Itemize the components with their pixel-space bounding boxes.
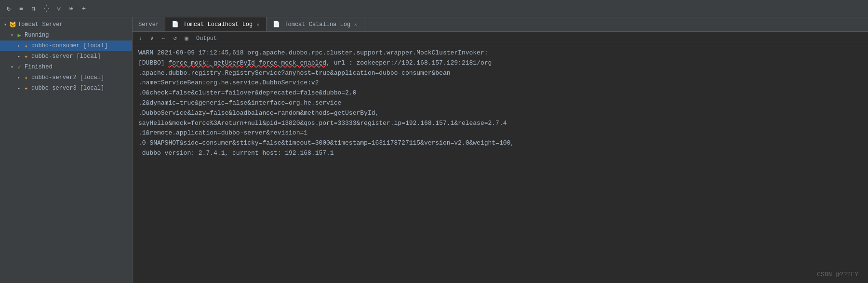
tab-catalina-log-label: Tomcat Catalina Log	[284, 21, 350, 28]
dubbo-server-1-icon: ✦	[22, 53, 30, 60]
dubbo-server-3-icon: ✦	[22, 84, 30, 92]
dubbo-server-2-icon: ✦	[22, 74, 30, 81]
dubbo-server-1-label: dubbo-server [local]	[31, 53, 101, 60]
log-line-1-prefix: [DUBBO]	[138, 59, 168, 67]
tab-localhost-log-close[interactable]: ✕	[255, 21, 260, 28]
tab-localhost-log[interactable]: 📄 Tomcat Localhost Log ✕	[165, 17, 267, 31]
log-line-9: .0-SNAPSHOT&side=consumer&sticky=false&t…	[138, 138, 862, 148]
tab-localhost-log-label: Tomcat Localhost Log	[183, 21, 253, 28]
dubbo-server-3-label: dubbo-server3 [local]	[31, 85, 104, 92]
server-tree: 🐱 Tomcat Server ▶ Running ✦ dubbo-consum…	[0, 17, 132, 283]
sidebar-item-running[interactable]: ▶ Running	[0, 30, 132, 40]
dubbo-server-2-label: dubbo-server2 [local]	[31, 74, 104, 81]
running-arrow[interactable]	[9, 32, 15, 39]
tab-bar: Server 📄 Tomcat Localhost Log ✕ 📄 Tomcat…	[133, 17, 868, 32]
add-icon[interactable]: +	[79, 4, 89, 13]
sort-icon[interactable]: ⇅	[29, 4, 39, 13]
tomcat-server-label: Tomcat Server	[18, 21, 63, 28]
tomcat-icon: 🐱	[9, 21, 16, 28]
sidebar-item-dubbo-server-2[interactable]: ✦ dubbo-server2 [local]	[0, 72, 132, 83]
running-icon: ▶	[15, 31, 23, 39]
finished-arrow[interactable]	[9, 64, 15, 70]
log-line-1-highlight: force-mock: getUserById force-mock enabl…	[168, 59, 326, 67]
log-line-8: .1&remote.application=dubbo-server&revis…	[138, 128, 862, 138]
sidebar-item-tomcat-server[interactable]: 🐱 Tomcat Server	[0, 19, 132, 30]
finished-label: Finished	[25, 64, 53, 70]
scroll-down-btn[interactable]: ↓	[135, 34, 145, 43]
stop-btn[interactable]: ▣	[182, 34, 191, 43]
log-file-icon: 📄	[171, 21, 179, 28]
log-line-7: sayHello&mock=force%3Areturn+null&pid=13…	[138, 119, 862, 129]
right-panel: Server 📄 Tomcat Localhost Log ✕ 📄 Tomcat…	[133, 17, 868, 283]
reload-btn[interactable]: ↺	[170, 34, 180, 43]
output-toolbar: ↓ ∨ ← ↺ ▣ Output	[133, 32, 868, 45]
dubbo-server-1-arrow[interactable]	[15, 53, 22, 60]
tab-server: Server	[133, 17, 165, 31]
layout-icon[interactable]: ⊞	[67, 4, 76, 13]
tab-catalina-log[interactable]: 📄 Tomcat Catalina Log ✕	[267, 17, 364, 31]
sidebar-item-dubbo-server-1[interactable]: ✦ dubbo-server [local]	[0, 51, 132, 62]
refresh-icon[interactable]: ↻	[4, 4, 13, 13]
main-body: 🐱 Tomcat Server ▶ Running ✦ dubbo-consum…	[0, 17, 868, 283]
grid-icon[interactable]: ⁛	[41, 4, 51, 13]
list-icon[interactable]: ≡	[16, 4, 26, 13]
tab-catalina-log-close[interactable]: ✕	[353, 21, 358, 28]
dubbo-server-2-arrow[interactable]	[15, 74, 22, 81]
log-line-1-suffix: , url : zookeeper://192.168.157.129:2181…	[326, 59, 492, 67]
expand-btn[interactable]: ∨	[147, 34, 157, 43]
log-output[interactable]: WARN 2021-09-09 17:12:45,618 org.apache.…	[133, 45, 868, 283]
log-line-0: WARN 2021-09-09 17:12:45,618 org.apache.…	[138, 48, 862, 58]
main-toolbar: ↻ ≡ ⇅ ⁛ ▽ ⊞ +	[0, 0, 868, 17]
filter-icon[interactable]: ▽	[54, 4, 64, 13]
dubbo-server-3-arrow[interactable]	[15, 85, 22, 92]
output-label: Output	[196, 35, 217, 42]
back-btn[interactable]: ←	[159, 34, 168, 43]
running-label: Running	[25, 32, 49, 39]
sidebar-item-dubbo-consumer[interactable]: ✦ dubbo-consumer [local]	[0, 40, 132, 51]
sidebar: 🐱 Tomcat Server ▶ Running ✦ dubbo-consum…	[0, 17, 133, 283]
catalina-log-icon: 📄	[272, 21, 280, 28]
log-line-4: .0&check=false&cluster=failover&deprecat…	[138, 88, 862, 98]
dubbo-consumer-icon: ✦	[22, 42, 30, 50]
log-line-5: .2&dynamic=true&generic=false&interface=…	[138, 98, 862, 108]
finished-icon: ✓	[15, 63, 23, 71]
log-line-6: .DubboService&lazy=false&loadbalance=ran…	[138, 108, 862, 119]
sidebar-item-dubbo-server-3[interactable]: ✦ dubbo-server3 [local]	[0, 83, 132, 94]
dubbo-consumer-arrow[interactable]	[15, 42, 22, 49]
log-line-3: .name=ServiceBean:org.he.service.DubboSe…	[138, 78, 862, 88]
tab-server-label: Server	[138, 21, 159, 28]
sidebar-item-finished[interactable]: ✓ Finished	[0, 62, 132, 72]
log-line-1: [DUBBO] force-mock: getUserById force-mo…	[138, 58, 862, 68]
log-line-10: dubbo version: 2.7.4.1, current host: 19…	[138, 148, 862, 159]
dubbo-consumer-label: dubbo-consumer [local]	[31, 42, 107, 49]
log-line-2: .apache.dubbo.registry.RegistryService?a…	[138, 68, 862, 79]
tomcat-server-arrow[interactable]	[2, 21, 9, 28]
watermark: CSDN @???EY	[817, 271, 858, 278]
